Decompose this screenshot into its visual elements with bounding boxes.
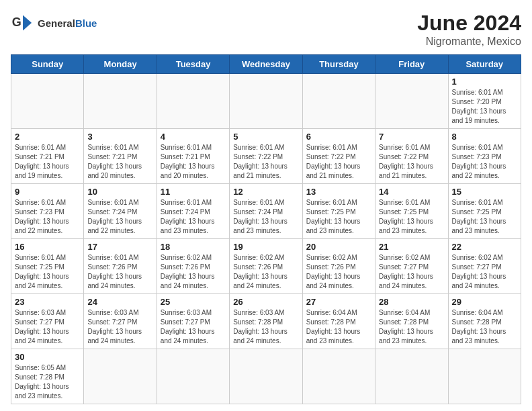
- day-number: 8: [452, 132, 517, 142]
- day-info: Sunrise: 6:04 AMSunset: 7:28 PMDaylight:…: [306, 308, 371, 346]
- day-info: Sunrise: 6:01 AMSunset: 7:20 PMDaylight:…: [452, 88, 517, 126]
- day-info: Sunrise: 6:05 AMSunset: 7:28 PMDaylight:…: [15, 363, 80, 401]
- calendar-cell: 12Sunrise: 6:01 AMSunset: 7:24 PMDayligh…: [230, 184, 302, 239]
- day-number: 26: [233, 297, 298, 307]
- calendar-cell: 7Sunrise: 6:01 AMSunset: 7:22 PMDaylight…: [375, 129, 448, 184]
- day-number: 21: [379, 242, 444, 252]
- day-info: Sunrise: 6:03 AMSunset: 7:27 PMDaylight:…: [161, 308, 226, 346]
- weekday-header: Saturday: [448, 55, 521, 74]
- svg-text:G: G: [12, 15, 21, 29]
- calendar-cell: 15Sunrise: 6:01 AMSunset: 7:25 PMDayligh…: [448, 184, 521, 239]
- day-info: Sunrise: 6:02 AMSunset: 7:27 PMDaylight:…: [379, 253, 444, 291]
- day-info: Sunrise: 6:01 AMSunset: 7:22 PMDaylight:…: [233, 143, 298, 181]
- weekday-header: Friday: [375, 55, 448, 74]
- svg-marker-1: [23, 15, 32, 31]
- calendar-cell: 3Sunrise: 6:01 AMSunset: 7:21 PMDaylight…: [84, 129, 157, 184]
- calendar-cell: 1Sunrise: 6:01 AMSunset: 7:20 PMDaylight…: [448, 74, 521, 129]
- calendar-header-row: SundayMondayTuesdayWednesdayThursdayFrid…: [11, 55, 521, 74]
- day-number: 12: [233, 187, 298, 197]
- calendar-cell: [157, 74, 229, 129]
- calendar-cell: 30Sunrise: 6:05 AMSunset: 7:28 PMDayligh…: [11, 349, 84, 404]
- day-info: Sunrise: 6:01 AMSunset: 7:26 PMDaylight:…: [87, 253, 152, 291]
- day-number: 18: [161, 242, 226, 252]
- calendar-cell: 10Sunrise: 6:01 AMSunset: 7:24 PMDayligh…: [84, 184, 157, 239]
- day-info: Sunrise: 6:01 AMSunset: 7:24 PMDaylight:…: [87, 198, 152, 236]
- calendar-cell: [302, 349, 375, 404]
- calendar-cell: 21Sunrise: 6:02 AMSunset: 7:27 PMDayligh…: [375, 239, 448, 294]
- month-title: June 2024: [417, 11, 521, 36]
- day-info: Sunrise: 6:01 AMSunset: 7:21 PMDaylight:…: [161, 143, 226, 181]
- calendar-cell: 14Sunrise: 6:01 AMSunset: 7:25 PMDayligh…: [375, 184, 448, 239]
- calendar-cell: 24Sunrise: 6:03 AMSunset: 7:27 PMDayligh…: [84, 294, 157, 349]
- calendar-cell: [302, 74, 375, 129]
- calendar-cell: [157, 349, 229, 404]
- logo-icon: G: [11, 11, 35, 35]
- day-number: 29: [452, 297, 517, 307]
- day-number: 16: [15, 242, 80, 252]
- day-info: Sunrise: 6:04 AMSunset: 7:28 PMDaylight:…: [379, 308, 444, 346]
- day-info: Sunrise: 6:01 AMSunset: 7:25 PMDaylight:…: [452, 198, 517, 236]
- day-info: Sunrise: 6:01 AMSunset: 7:22 PMDaylight:…: [379, 143, 444, 181]
- day-number: 27: [306, 297, 371, 307]
- day-number: 10: [87, 187, 152, 197]
- day-info: Sunrise: 6:03 AMSunset: 7:27 PMDaylight:…: [87, 308, 152, 346]
- calendar-cell: 16Sunrise: 6:01 AMSunset: 7:25 PMDayligh…: [11, 239, 84, 294]
- calendar-cell: [230, 349, 302, 404]
- day-info: Sunrise: 6:01 AMSunset: 7:25 PMDaylight:…: [306, 198, 371, 236]
- calendar-cell: [11, 74, 84, 129]
- calendar-cell: [448, 349, 521, 404]
- weekday-header: Wednesday: [230, 55, 302, 74]
- day-info: Sunrise: 6:04 AMSunset: 7:28 PMDaylight:…: [452, 308, 517, 346]
- weekday-header: Tuesday: [157, 55, 229, 74]
- day-info: Sunrise: 6:01 AMSunset: 7:21 PMDaylight:…: [87, 143, 152, 181]
- day-number: 22: [452, 242, 517, 252]
- calendar-week-row: 1Sunrise: 6:01 AMSunset: 7:20 PMDaylight…: [11, 74, 521, 129]
- calendar-table: SundayMondayTuesdayWednesdayThursdayFrid…: [11, 54, 521, 404]
- calendar-cell: [230, 74, 302, 129]
- day-number: 3: [87, 132, 152, 142]
- day-info: Sunrise: 6:01 AMSunset: 7:24 PMDaylight:…: [161, 198, 226, 236]
- day-info: Sunrise: 6:01 AMSunset: 7:23 PMDaylight:…: [452, 143, 517, 181]
- day-number: 13: [306, 187, 371, 197]
- day-info: Sunrise: 6:01 AMSunset: 7:21 PMDaylight:…: [15, 143, 80, 181]
- day-info: Sunrise: 6:02 AMSunset: 7:26 PMDaylight:…: [161, 253, 226, 291]
- day-number: 30: [15, 352, 80, 362]
- day-number: 28: [379, 297, 444, 307]
- page-header: G GeneralBlue June 2024 Nigromante, Mexi…: [11, 11, 521, 48]
- calendar-cell: [84, 74, 157, 129]
- day-number: 23: [15, 297, 80, 307]
- logo: G GeneralBlue: [11, 11, 97, 35]
- calendar-cell: 23Sunrise: 6:03 AMSunset: 7:27 PMDayligh…: [11, 294, 84, 349]
- day-info: Sunrise: 6:01 AMSunset: 7:25 PMDaylight:…: [15, 253, 80, 291]
- calendar-week-row: 2Sunrise: 6:01 AMSunset: 7:21 PMDaylight…: [11, 129, 521, 184]
- day-info: Sunrise: 6:02 AMSunset: 7:26 PMDaylight:…: [233, 253, 298, 291]
- calendar-cell: 2Sunrise: 6:01 AMSunset: 7:21 PMDaylight…: [11, 129, 84, 184]
- calendar-cell: 5Sunrise: 6:01 AMSunset: 7:22 PMDaylight…: [230, 129, 302, 184]
- calendar-title-area: June 2024 Nigromante, Mexico: [417, 11, 521, 48]
- day-number: 25: [161, 297, 226, 307]
- day-number: 20: [306, 242, 371, 252]
- calendar-cell: 22Sunrise: 6:02 AMSunset: 7:27 PMDayligh…: [448, 239, 521, 294]
- day-info: Sunrise: 6:01 AMSunset: 7:23 PMDaylight:…: [15, 198, 80, 236]
- day-number: 9: [15, 187, 80, 197]
- calendar-week-row: 23Sunrise: 6:03 AMSunset: 7:27 PMDayligh…: [11, 294, 521, 349]
- calendar-cell: 8Sunrise: 6:01 AMSunset: 7:23 PMDaylight…: [448, 129, 521, 184]
- calendar-cell: 17Sunrise: 6:01 AMSunset: 7:26 PMDayligh…: [84, 239, 157, 294]
- day-number: 2: [15, 132, 80, 142]
- calendar-cell: 9Sunrise: 6:01 AMSunset: 7:23 PMDaylight…: [11, 184, 84, 239]
- weekday-header: Thursday: [302, 55, 375, 74]
- location-title: Nigromante, Mexico: [417, 36, 521, 48]
- day-number: 7: [379, 132, 444, 142]
- calendar-cell: 20Sunrise: 6:02 AMSunset: 7:26 PMDayligh…: [302, 239, 375, 294]
- day-info: Sunrise: 6:02 AMSunset: 7:26 PMDaylight:…: [306, 253, 371, 291]
- calendar-cell: 18Sunrise: 6:02 AMSunset: 7:26 PMDayligh…: [157, 239, 229, 294]
- day-info: Sunrise: 6:03 AMSunset: 7:28 PMDaylight:…: [233, 308, 298, 346]
- calendar-cell: 4Sunrise: 6:01 AMSunset: 7:21 PMDaylight…: [157, 129, 229, 184]
- day-info: Sunrise: 6:01 AMSunset: 7:24 PMDaylight:…: [233, 198, 298, 236]
- day-number: 15: [452, 187, 517, 197]
- day-number: 1: [452, 77, 517, 87]
- calendar-cell: 29Sunrise: 6:04 AMSunset: 7:28 PMDayligh…: [448, 294, 521, 349]
- calendar-week-row: 16Sunrise: 6:01 AMSunset: 7:25 PMDayligh…: [11, 239, 521, 294]
- calendar-cell: 25Sunrise: 6:03 AMSunset: 7:27 PMDayligh…: [157, 294, 229, 349]
- calendar-week-row: 9Sunrise: 6:01 AMSunset: 7:23 PMDaylight…: [11, 184, 521, 239]
